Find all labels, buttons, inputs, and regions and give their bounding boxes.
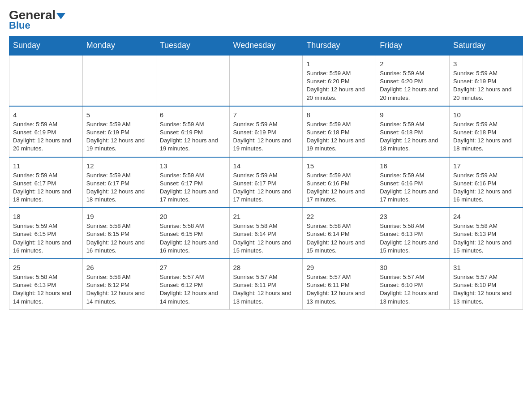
- cell-info-line: Daylight: 12 hours and 16 minutes.: [13, 239, 79, 255]
- cell-info-line: Sunrise: 5:59 AM: [160, 120, 226, 128]
- cell-info-line: Daylight: 12 hours and 13 minutes.: [380, 289, 446, 305]
- day-header-tuesday: Tuesday: [156, 36, 229, 56]
- calendar-cell: [229, 55, 303, 106]
- cell-info-line: Sunset: 6:19 PM: [233, 128, 299, 137]
- calendar-cell: 5Sunrise: 5:59 AMSunset: 6:19 PMDaylight…: [82, 106, 156, 157]
- day-number: 12: [86, 161, 152, 171]
- calendar-cell: 25Sunrise: 5:58 AMSunset: 6:13 PMDayligh…: [9, 259, 83, 309]
- calendar-cell: 10Sunrise: 5:59 AMSunset: 6:18 PMDayligh…: [450, 106, 523, 157]
- calendar-cell: 15Sunrise: 5:59 AMSunset: 6:16 PMDayligh…: [303, 157, 376, 208]
- cell-info-line: Sunrise: 5:58 AM: [380, 222, 446, 230]
- day-number: 24: [453, 212, 519, 221]
- cell-info-line: Daylight: 12 hours and 20 minutes.: [380, 86, 446, 102]
- cell-info-line: Daylight: 12 hours and 18 minutes.: [380, 137, 446, 153]
- cell-info-line: Sunset: 6:18 PM: [453, 128, 519, 137]
- calendar-week-row: 25Sunrise: 5:58 AMSunset: 6:13 PMDayligh…: [9, 259, 523, 309]
- cell-info-line: Sunset: 6:11 PM: [306, 281, 372, 289]
- calendar-cell: 13Sunrise: 5:59 AMSunset: 6:17 PMDayligh…: [156, 157, 229, 208]
- cell-info-line: Sunset: 6:19 PM: [13, 128, 79, 137]
- cell-info-line: Sunrise: 5:59 AM: [453, 171, 519, 180]
- cell-info-line: Sunrise: 5:59 AM: [13, 171, 79, 180]
- day-header-thursday: Thursday: [303, 36, 376, 56]
- cell-info-line: Sunset: 6:17 PM: [86, 180, 152, 188]
- cell-info-line: Sunset: 6:20 PM: [380, 77, 446, 86]
- day-number: 17: [453, 161, 519, 171]
- cell-info-line: Sunrise: 5:59 AM: [160, 171, 226, 180]
- day-number: 1: [306, 59, 372, 68]
- cell-info-line: Daylight: 12 hours and 17 minutes.: [160, 188, 226, 204]
- calendar-table: SundayMondayTuesdayWednesdayThursdayFrid…: [9, 36, 523, 310]
- page-header: General Blue: [9, 9, 523, 31]
- day-number: 4: [13, 110, 79, 120]
- cell-info-line: Sunrise: 5:59 AM: [86, 171, 152, 180]
- cell-info-line: Sunset: 6:10 PM: [453, 281, 519, 289]
- cell-info-line: Sunrise: 5:59 AM: [453, 120, 519, 128]
- cell-info-line: Sunset: 6:13 PM: [13, 281, 79, 289]
- calendar-cell: 19Sunrise: 5:58 AMSunset: 6:15 PMDayligh…: [82, 208, 156, 259]
- day-number: 19: [86, 212, 152, 221]
- cell-info-line: Sunset: 6:17 PM: [233, 180, 299, 188]
- cell-info-line: Sunrise: 5:57 AM: [160, 273, 226, 281]
- day-number: 31: [453, 263, 519, 272]
- day-header-saturday: Saturday: [450, 36, 523, 56]
- cell-info-line: Daylight: 12 hours and 20 minutes.: [453, 86, 519, 102]
- calendar-cell: 4Sunrise: 5:59 AMSunset: 6:19 PMDaylight…: [9, 106, 83, 157]
- cell-info-line: Sunset: 6:18 PM: [380, 128, 446, 137]
- day-number: 8: [306, 110, 372, 120]
- calendar-week-row: 11Sunrise: 5:59 AMSunset: 6:17 PMDayligh…: [9, 157, 523, 208]
- calendar-cell: 18Sunrise: 5:59 AMSunset: 6:15 PMDayligh…: [9, 208, 83, 259]
- cell-info-line: Daylight: 12 hours and 16 minutes.: [160, 239, 226, 255]
- day-header-sunday: Sunday: [9, 36, 83, 56]
- day-number: 28: [233, 263, 299, 272]
- cell-info-line: Sunrise: 5:59 AM: [380, 171, 446, 180]
- cell-info-line: Sunset: 6:12 PM: [86, 281, 152, 289]
- day-number: 25: [13, 263, 79, 272]
- cell-info-line: Daylight: 12 hours and 17 minutes.: [233, 188, 299, 204]
- calendar-cell: 1Sunrise: 5:59 AMSunset: 6:20 PMDaylight…: [303, 55, 376, 106]
- cell-info-line: Sunset: 6:18 PM: [306, 128, 372, 137]
- cell-info-line: Daylight: 12 hours and 16 minutes.: [86, 239, 152, 255]
- calendar-cell: 22Sunrise: 5:58 AMSunset: 6:14 PMDayligh…: [303, 208, 376, 259]
- day-number: 3: [453, 59, 519, 68]
- calendar-header-row: SundayMondayTuesdayWednesdayThursdayFrid…: [9, 36, 523, 56]
- cell-info-line: Sunrise: 5:59 AM: [306, 69, 372, 77]
- calendar-cell: 2Sunrise: 5:59 AMSunset: 6:20 PMDaylight…: [376, 55, 450, 106]
- logo: General Blue: [9, 9, 65, 31]
- calendar-cell: 3Sunrise: 5:59 AMSunset: 6:19 PMDaylight…: [450, 55, 523, 106]
- day-number: 13: [160, 161, 226, 171]
- calendar-cell: 11Sunrise: 5:59 AMSunset: 6:17 PMDayligh…: [9, 157, 83, 208]
- cell-info-line: Sunrise: 5:59 AM: [13, 222, 79, 230]
- day-number: 20: [160, 212, 226, 221]
- calendar-cell: 31Sunrise: 5:57 AMSunset: 6:10 PMDayligh…: [450, 259, 523, 309]
- cell-info-line: Sunrise: 5:58 AM: [453, 222, 519, 230]
- cell-info-line: Daylight: 12 hours and 13 minutes.: [306, 289, 372, 305]
- cell-info-line: Sunrise: 5:59 AM: [453, 69, 519, 77]
- cell-info-line: Sunrise: 5:59 AM: [306, 171, 372, 180]
- cell-info-line: Daylight: 12 hours and 17 minutes.: [380, 188, 446, 204]
- cell-info-line: Sunset: 6:19 PM: [453, 77, 519, 86]
- cell-info-line: Sunset: 6:16 PM: [380, 180, 446, 188]
- day-number: 7: [233, 110, 299, 120]
- cell-info-line: Sunrise: 5:59 AM: [86, 120, 152, 128]
- cell-info-line: Daylight: 12 hours and 20 minutes.: [13, 137, 79, 153]
- day-number: 14: [233, 161, 299, 171]
- calendar-cell: 7Sunrise: 5:59 AMSunset: 6:19 PMDaylight…: [229, 106, 303, 157]
- cell-info-line: Sunrise: 5:58 AM: [233, 222, 299, 230]
- cell-info-line: Sunset: 6:17 PM: [160, 180, 226, 188]
- day-number: 18: [13, 212, 79, 221]
- cell-info-line: Sunset: 6:17 PM: [13, 180, 79, 188]
- day-number: 6: [160, 110, 226, 120]
- day-number: 21: [233, 212, 299, 221]
- cell-info-line: Sunset: 6:13 PM: [453, 230, 519, 238]
- calendar-week-row: 4Sunrise: 5:59 AMSunset: 6:19 PMDaylight…: [9, 106, 523, 157]
- calendar-cell: 30Sunrise: 5:57 AMSunset: 6:10 PMDayligh…: [376, 259, 450, 309]
- cell-info-line: Sunrise: 5:58 AM: [86, 273, 152, 281]
- day-number: 26: [86, 263, 152, 272]
- cell-info-line: Daylight: 12 hours and 18 minutes.: [453, 137, 519, 153]
- cell-info-line: Sunrise: 5:57 AM: [453, 273, 519, 281]
- cell-info-line: Daylight: 12 hours and 17 minutes.: [306, 188, 372, 204]
- cell-info-line: Daylight: 12 hours and 15 minutes.: [233, 239, 299, 255]
- calendar-cell: 21Sunrise: 5:58 AMSunset: 6:14 PMDayligh…: [229, 208, 303, 259]
- calendar-cell: 9Sunrise: 5:59 AMSunset: 6:18 PMDaylight…: [376, 106, 450, 157]
- cell-info-line: Daylight: 12 hours and 13 minutes.: [453, 289, 519, 305]
